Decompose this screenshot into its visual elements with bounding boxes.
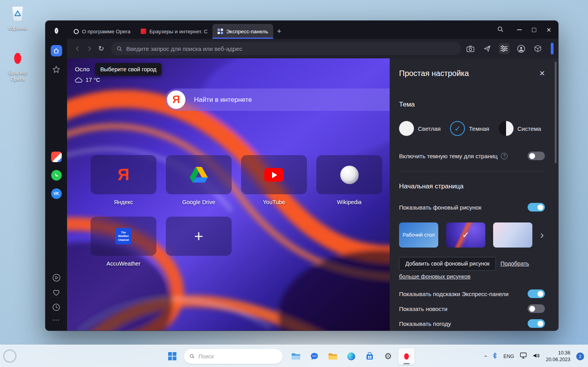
weather-widget[interactable]: 17 °C — [75, 76, 100, 83]
time: 10:36 — [546, 350, 570, 356]
wallpaper-thumb-selected[interactable]: ✓ — [446, 222, 485, 248]
speed-dial-page: Осло Выберите свой город 17 °C Я Найти в… — [67, 58, 390, 331]
file-explorer-button[interactable] — [288, 348, 304, 365]
address-bar: ↻ — [67, 39, 558, 58]
folder-icon — [328, 353, 338, 360]
vk-icon[interactable]: VK — [51, 188, 62, 199]
back-button[interactable] — [72, 43, 83, 54]
opera-taskbar-button[interactable] — [398, 348, 415, 365]
whatsapp-icon[interactable] — [51, 170, 62, 181]
plus-icon: + — [194, 228, 203, 245]
messenger-icon[interactable] — [51, 152, 62, 162]
news-label: Показать новости — [399, 306, 447, 312]
opera-shortcut-label: Браузер Opera — [2, 70, 33, 82]
easy-setup-button[interactable] — [499, 43, 510, 54]
forward-icon — [86, 45, 93, 52]
address-input[interactable] — [126, 45, 456, 52]
panel-title: Простая настройка — [399, 69, 469, 78]
theme-option-dark[interactable]: ✓ Темная — [450, 121, 489, 136]
favorites-button[interactable] — [51, 287, 62, 298]
share-button[interactable] — [482, 43, 493, 54]
search-icon — [497, 26, 504, 33]
play-circle-icon — [52, 273, 61, 282]
store-button[interactable] — [361, 348, 378, 365]
speed-dial-tile-yandex[interactable]: Я — [91, 155, 156, 194]
start-button[interactable] — [164, 348, 180, 365]
close-panel-icon[interactable]: × — [539, 69, 545, 78]
yandex-search-bar[interactable]: Я Найти в интернете — [165, 89, 390, 111]
theme-option-light[interactable]: Светлая — [399, 121, 441, 136]
tab-about-opera[interactable]: О программе Opera — [69, 24, 136, 39]
minimize-button[interactable] — [517, 29, 522, 30]
taskbar-search[interactable] — [184, 349, 283, 364]
folder-button[interactable] — [325, 348, 341, 365]
file-explorer-icon — [291, 353, 301, 360]
extensions-button[interactable] — [532, 43, 543, 54]
store-icon — [366, 352, 374, 361]
speed-dial-tile-wikipedia[interactable] — [316, 155, 382, 194]
search-icon — [189, 353, 194, 359]
maximize-button[interactable] — [532, 28, 536, 32]
wallpaper-thumb-desktop[interactable]: Рабочий стол — [399, 222, 438, 248]
network-button[interactable] — [520, 352, 527, 360]
weather-city[interactable]: Осло — [75, 66, 90, 73]
taskbar: ⚙ › ENG 10:36 20.06.2023 2 — [0, 345, 588, 367]
search-icon — [116, 46, 122, 52]
tab-browsers-article[interactable]: Браузеры и интернет. Ск — [136, 24, 212, 39]
opera-logo-icon — [14, 53, 21, 64]
desktop-icon-opera[interactable]: Браузер Opera — [2, 48, 33, 82]
tips-toggle[interactable] — [528, 289, 545, 298]
date: 20.06.2023 — [546, 356, 570, 363]
history-button[interactable] — [51, 302, 62, 313]
chevron-right-icon[interactable]: › — [540, 230, 544, 240]
chat-button[interactable] — [306, 348, 323, 365]
url-field[interactable] — [111, 42, 461, 55]
volume-button[interactable] — [533, 353, 540, 360]
desktop-icon-recycle-bin[interactable]: Корзина — [2, 3, 33, 32]
browser-sidebar: VK ⋯ — [45, 21, 67, 331]
news-toggle[interactable] — [528, 304, 545, 313]
speed-dial-tile-accuweather[interactable]: The Weather Channel — [91, 217, 156, 256]
help-icon[interactable]: ? — [501, 153, 508, 159]
profile-button[interactable] — [515, 43, 526, 54]
snapshot-button[interactable] — [465, 43, 476, 54]
close-window-button[interactable]: × — [546, 26, 551, 34]
player-button[interactable] — [51, 272, 62, 283]
clock-icon — [52, 303, 60, 311]
dark-pages-toggle[interactable] — [528, 152, 545, 160]
weather-toggle[interactable] — [528, 319, 545, 328]
add-background-button[interactable]: Добавить свой фоновый рисунок — [399, 257, 496, 271]
person-icon — [517, 45, 525, 53]
tab-search-button[interactable] — [497, 26, 504, 34]
bluetooth-button[interactable] — [492, 353, 497, 360]
tray-chevron-up-icon[interactable]: › — [482, 355, 488, 357]
new-tab-button[interactable]: + — [273, 24, 285, 39]
edge-button[interactable] — [343, 348, 359, 365]
taskbar-search-input[interactable] — [198, 353, 277, 360]
taskbar-clock[interactable]: 10:36 20.06.2023 — [546, 350, 570, 363]
show-background-toggle[interactable] — [528, 203, 545, 212]
notification-badge[interactable]: 2 — [576, 353, 584, 360]
settings-button[interactable]: ⚙ — [380, 348, 396, 365]
tab-speed-dial[interactable]: Экспресс-панель — [212, 24, 273, 39]
wallpaper-thumb-pastel[interactable] — [493, 222, 532, 248]
divider — [399, 171, 545, 172]
taskbar-corner-widget[interactable] — [3, 349, 16, 363]
theme-option-system[interactable]: Система — [499, 121, 541, 136]
add-speed-dial-tile[interactable]: + — [166, 217, 232, 256]
sidebar-more-button[interactable]: ⋯ — [53, 316, 60, 324]
camera-icon — [466, 45, 474, 52]
tab-bar: О программе Opera Браузеры и интернет. С… — [67, 21, 558, 39]
bluetooth-icon — [492, 353, 497, 359]
speed-dial-tile-google-drive[interactable] — [166, 155, 232, 194]
reload-button[interactable]: ↻ — [95, 43, 107, 54]
easy-setup-panel: Простая настройка × Тема Светлая ✓ Темна… — [390, 58, 558, 331]
forward-button[interactable] — [83, 43, 95, 54]
recycle-bin-icon — [12, 7, 24, 21]
check-icon: ✓ — [450, 121, 465, 136]
home-button[interactable] — [51, 45, 62, 56]
scrollbar[interactable] — [555, 61, 557, 163]
bookmarks-button[interactable] — [51, 64, 62, 75]
language-indicator[interactable]: ENG — [503, 354, 514, 359]
speed-dial-tile-youtube[interactable] — [241, 155, 307, 194]
